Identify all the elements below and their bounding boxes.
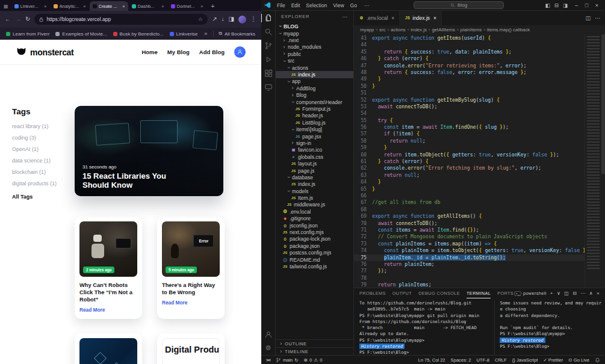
- bookmark-star-icon[interactable]: ☆: [198, 16, 203, 22]
- code-line[interactable]: 47 console.error("Error retrieving items…: [354, 63, 585, 69]
- toggle-secondary-sidebar-icon[interactable]: ◨: [563, 2, 568, 8]
- tree-folder[interactable]: ›node_modules: [276, 44, 353, 51]
- breadcrumb-item[interactable]: myapp: [360, 27, 374, 32]
- browser-tab[interactable]: Linkver...×: [11, 1, 50, 11]
- tree-file[interactable]: JSindex.js: [276, 181, 353, 188]
- share-icon[interactable]: ↗: [212, 16, 217, 22]
- tree-file[interactable]: JSpage.jsx: [276, 133, 353, 140]
- browser-menu-icon[interactable]: ⋮: [250, 16, 256, 22]
- tag-item[interactable]: OpenAI (1): [12, 146, 71, 152]
- user-avatar[interactable]: [234, 46, 246, 58]
- tag-item[interactable]: data science (1): [12, 158, 71, 164]
- explorer-more-icon[interactable]: ⋯: [342, 14, 348, 20]
- code-line[interactable]: 66: [354, 193, 585, 199]
- split-editor-icon[interactable]: ◫: [585, 15, 591, 21]
- panel-tab-problems[interactable]: PROBLEMS: [359, 288, 386, 298]
- tree-file[interactable]: {}package-lock.json: [276, 236, 353, 242]
- tree-folder[interactable]: ›.next: [276, 37, 353, 43]
- code-line[interactable]: 75 plainItem._id = plainItem._id.toStrin…: [354, 254, 585, 261]
- browser-tab[interactable]: Dorinel...×: [168, 1, 206, 11]
- breadcrumb-item[interactable]: actions: [391, 27, 406, 32]
- tree-file[interactable]: JSFormInput.js: [276, 105, 353, 112]
- toggle-sidebar-icon[interactable]: ◧: [545, 2, 550, 8]
- code-line[interactable]: 50}: [354, 83, 585, 90]
- code-line[interactable]: 49 }: [354, 76, 585, 82]
- tab-close-icon[interactable]: ×: [391, 15, 394, 21]
- outline-section[interactable]: › OUTLINE: [276, 339, 353, 347]
- panel-tab-terminal[interactable]: TERMINAL: [467, 288, 491, 298]
- tree-folder[interactable]: ›items\[slug]: [276, 126, 353, 132]
- nav-home[interactable]: Home: [141, 49, 157, 55]
- code-line[interactable]: 63 return null;: [354, 172, 585, 179]
- tree-folder[interactable]: ›Blog: [276, 92, 353, 99]
- maximize-panel-icon[interactable]: ∧: [589, 291, 593, 296]
- read-more-link[interactable]: Read More: [79, 307, 105, 313]
- editor-tab-env-local[interactable]: ⚙ .env.local ×: [354, 11, 400, 25]
- download-icon[interactable]: ↓: [222, 16, 225, 22]
- tree-folder[interactable]: ›database: [276, 174, 353, 180]
- tree-file[interactable]: JSItem.js: [276, 194, 353, 201]
- minimize-button[interactable]: –: [571, 2, 582, 8]
- status-item[interactable]: UTF-8: [476, 357, 489, 363]
- account-icon[interactable]: [261, 330, 276, 339]
- code-line[interactable]: 70 await connectToDB();: [354, 220, 585, 227]
- panel-tab-debug-console[interactable]: DEBUG CONSOLE: [418, 288, 460, 298]
- code-line[interactable]: 57 if (!item) {: [354, 131, 585, 137]
- tag-item[interactable]: coding (3): [12, 135, 71, 141]
- editor-more-icon[interactable]: ⋯: [595, 15, 600, 21]
- all-bookmarks-button[interactable]: ⧉ All Bookmarks: [213, 31, 255, 37]
- nav-my-blog[interactable]: My Blog: [167, 49, 190, 55]
- status-item[interactable]: CRLF: [495, 357, 507, 363]
- code-line[interactable]: 62 console.error("Error fetching item by…: [354, 165, 585, 171]
- tree-file[interactable]: ▣favicon.ico: [276, 147, 353, 153]
- tree-file[interactable]: JSmiddleware.js: [276, 202, 353, 208]
- menu-selection[interactable]: Selection: [303, 2, 330, 8]
- code-line[interactable]: 61 } catch (error) {: [354, 158, 585, 165]
- nav-add-blog[interactable]: Add Blog: [199, 49, 225, 55]
- close-button[interactable]: ×: [592, 2, 602, 8]
- minimap[interactable]: [585, 34, 605, 288]
- status-item[interactable]: Ln 75, Col 22: [418, 357, 445, 363]
- code-line[interactable]: 64 }: [354, 179, 585, 185]
- code-line[interactable]: 43export async function getItems(userId)…: [354, 35, 585, 42]
- tag-item[interactable]: blockchain (1): [12, 169, 71, 175]
- remote-explorer-icon[interactable]: [261, 83, 276, 91]
- code-line[interactable]: 67//get all items from db: [354, 199, 585, 206]
- git-branch-item[interactable]: main ↻: [276, 357, 299, 363]
- run-debug-icon[interactable]: [261, 55, 276, 64]
- code-line[interactable]: 65}: [354, 186, 585, 193]
- tree-folder[interactable]: ›AddBlog: [276, 85, 353, 91]
- tree-folder[interactable]: ›public: [276, 51, 353, 57]
- tab-close-icon[interactable]: ×: [83, 4, 86, 9]
- menu-edit[interactable]: Edit: [288, 2, 303, 8]
- panel-tab-ports[interactable]: PORTS: [497, 288, 513, 298]
- tree-file[interactable]: JSListBlog.js: [276, 119, 353, 126]
- code-line[interactable]: 45 return { success: true, data: plainIt…: [354, 49, 585, 55]
- browser-tab[interactable]: Analytic...×: [51, 1, 89, 11]
- tree-file[interactable]: JStailwind.config.js: [276, 263, 353, 270]
- tree-file[interactable]: {}package.json: [276, 242, 353, 249]
- code-line[interactable]: 46 } catch (error) {: [354, 55, 585, 62]
- code-line[interactable]: 58 return null;: [354, 138, 585, 144]
- breadcrumb-item[interactable]: src: [379, 27, 385, 32]
- tree-root-blog[interactable]: › BLOG: [276, 22, 353, 30]
- code-editor[interactable]: 43export async function getItems(userId)…: [354, 34, 585, 288]
- code-line[interactable]: 51: [354, 90, 585, 96]
- timeline-section[interactable]: › TIMELINE: [276, 347, 353, 355]
- code-line[interactable]: 74 const plainItem = item.toObject({ get…: [354, 247, 585, 254]
- code-line[interactable]: 79 return plainItems;: [354, 282, 585, 288]
- code-line[interactable]: 54: [354, 110, 585, 117]
- side-panel-icon[interactable]: ◨: [229, 16, 234, 22]
- editor-tab-index-js[interactable]: JS index.js ×: [400, 11, 442, 25]
- breadcrumb-item[interactable]: getAllItems: [432, 27, 455, 32]
- profile-avatar[interactable]: [238, 16, 246, 23]
- code-line[interactable]: 76 return plainItem;: [354, 261, 585, 268]
- tree-file[interactable]: #globals.css: [276, 153, 353, 160]
- read-more-link[interactable]: Read More: [162, 300, 187, 306]
- featured-post-card[interactable]: 31 seconds ago 15 React Libraries You Sh…: [75, 106, 223, 196]
- maximize-button[interactable]: □: [582, 2, 592, 8]
- browser-tab[interactable]: Create ...×: [90, 1, 128, 11]
- explorer-icon[interactable]: [261, 14, 276, 22]
- bookmark-item[interactable]: Linkverise - Earn M...: [170, 31, 199, 37]
- code-line[interactable]: 55 try {: [354, 117, 585, 124]
